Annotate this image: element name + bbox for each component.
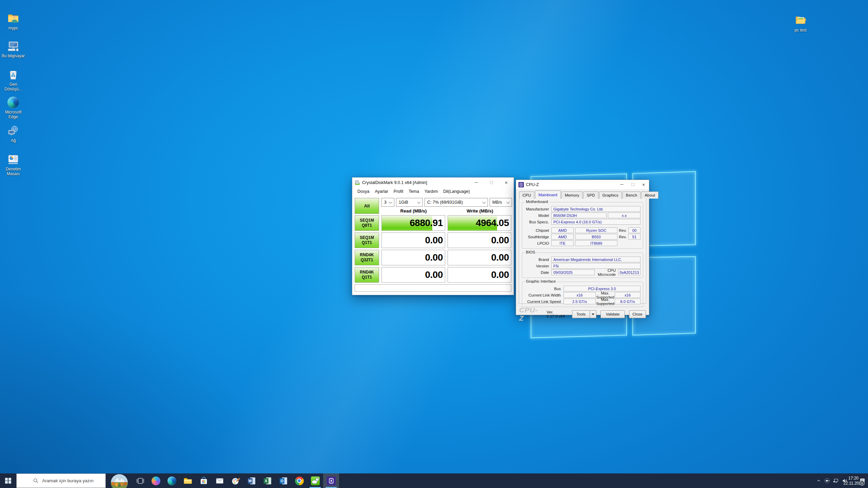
news-weather-widget[interactable] xyxy=(106,473,133,488)
cpuz-maximize-button[interactable] xyxy=(627,180,638,189)
taskbar-app-cpu-z[interactable] xyxy=(323,473,339,488)
desktop-icon-pc-test[interactable]: pc test xyxy=(787,5,814,33)
taskbar-app-mail[interactable] xyxy=(212,473,228,488)
cdm-all-button[interactable]: All xyxy=(355,198,379,214)
southbridge-vendor-field[interactable]: AMD xyxy=(551,234,574,240)
brand-field[interactable]: American Megatrends International LLC. xyxy=(551,257,640,262)
desktop-icon-mypc[interactable]: mypc xyxy=(0,3,26,30)
action-center-button[interactable]: 1 xyxy=(858,473,867,488)
cdm-close-button[interactable]: × xyxy=(499,178,514,187)
link-width-field[interactable]: x16 xyxy=(564,292,596,298)
taskbar-clock[interactable]: 17:20 22.11.2025 xyxy=(849,473,858,488)
taskbar-app-crystaldiskmark[interactable] xyxy=(307,473,323,488)
network-status-button[interactable] xyxy=(831,473,840,488)
close-button[interactable]: Close xyxy=(629,310,646,318)
date-field[interactable]: 09/03/2025 xyxy=(551,269,595,275)
menu-ayarlar[interactable]: Ayarlar xyxy=(372,189,391,194)
brand-label: Brand xyxy=(525,258,551,262)
cdm-test-button[interactable]: RND4KQ32T1 xyxy=(355,250,379,265)
cdm-test-button[interactable]: RND4KQ1T1 xyxy=(355,267,379,283)
model-field[interactable]: B550M DS3H xyxy=(551,212,607,218)
taskbar-app-word[interactable]: W xyxy=(243,473,259,488)
version-field[interactable]: F5i xyxy=(551,263,640,269)
menu-dosya[interactable]: Dosya xyxy=(355,189,372,194)
tab-memory[interactable]: Memory xyxy=(561,191,583,199)
cdm-minimize-button[interactable] xyxy=(469,178,484,187)
southbridge-rev-field[interactable]: 51 xyxy=(628,234,640,240)
cpuz-close-button[interactable]: × xyxy=(638,180,649,189)
chipset-vendor-field[interactable]: AMD xyxy=(551,227,574,233)
cpuz-titlebar[interactable]: CPU-Z × xyxy=(516,180,649,189)
cdm-maximize-button[interactable] xyxy=(484,178,499,187)
cdm-size-select[interactable]: 1GiB xyxy=(396,198,423,207)
tab-graphics[interactable]: Graphics xyxy=(599,191,622,199)
cdm-titlebar[interactable]: CrystalDiskMark 9.0.1 x64 [Admin] × xyxy=(352,178,514,187)
cdm-unit-select[interactable]: MB/s xyxy=(490,198,512,207)
tray-expand-button[interactable] xyxy=(814,473,823,488)
taskbar-app-file-explorer[interactable] xyxy=(180,473,196,488)
desktop-icon-edge[interactable]: Microsoft Edge xyxy=(0,87,26,119)
link-speed-field[interactable]: 2.5 GT/s xyxy=(564,299,596,304)
tab-spd[interactable]: SPD xyxy=(583,191,598,199)
meet-now-button[interactable] xyxy=(823,473,831,488)
cpu-microcode-field[interactable]: 0xA201213 xyxy=(618,269,640,275)
cdm-read-value-cell[interactable]: 0.00 xyxy=(381,232,445,248)
chipset-rev-field[interactable]: 00 xyxy=(628,227,640,233)
chipset-model-field[interactable]: Ryzen SOC xyxy=(575,227,617,233)
cpuz-minimize-button[interactable] xyxy=(616,180,627,189)
manufacturer-field[interactable]: Gigabyte Technology Co. Ltd. xyxy=(551,206,640,212)
southbridge-rev-label: Rev. xyxy=(617,235,628,239)
desktop-icon-label: Ağ xyxy=(11,138,16,143)
tab-cpu[interactable]: CPU xyxy=(519,191,534,199)
desktop-icon-this-pc[interactable]: Bu bilgisayar xyxy=(0,30,26,58)
validate-button[interactable]: Validate xyxy=(600,310,625,318)
tab-about[interactable]: About xyxy=(641,191,658,199)
tools-button[interactable]: Tools xyxy=(572,310,590,318)
model-rev-field[interactable]: x.x xyxy=(608,212,640,218)
motherboard-group: Motherboard Manufacturer Gigabyte Techno… xyxy=(522,202,643,249)
svg-text:W: W xyxy=(248,479,252,483)
cpu-z-icon xyxy=(327,476,336,485)
start-button[interactable] xyxy=(0,473,16,488)
max-link-width-field[interactable]: x16 xyxy=(615,292,640,298)
max-link-speed-field[interactable]: 8.0 GT/s xyxy=(615,299,640,304)
menu-dil[interactable]: Dil(Language) xyxy=(440,189,473,194)
tab-bench[interactable]: Bench xyxy=(623,191,640,199)
lpcio-model-field[interactable]: IT8689 xyxy=(575,240,617,246)
gfx-bus-field[interactable]: PCI-Express 3.0 xyxy=(564,286,640,291)
bus-specs-field[interactable]: PCI-Express 4.0 (16.0 GT/s) xyxy=(551,219,640,225)
menu-yardim[interactable]: Yardım xyxy=(422,189,440,194)
cdm-write-value-cell[interactable]: 4964.05 xyxy=(448,215,511,231)
desktop-icon-control-panel[interactable]: Denetim Masası xyxy=(0,144,26,176)
cdm-read-value-cell[interactable]: 0.00 xyxy=(381,267,445,283)
group-title: Motherboard xyxy=(525,200,549,204)
desktop-icon-network[interactable]: Ağ xyxy=(0,115,26,143)
lpcio-vendor-field[interactable]: ITE xyxy=(551,240,574,246)
southbridge-model-field[interactable]: B550 xyxy=(575,234,617,240)
cdm-read-value-cell[interactable]: 6880.91 xyxy=(381,215,445,231)
cdm-app-icon xyxy=(355,180,360,185)
cdm-write-value-cell[interactable]: 0.00 xyxy=(448,232,511,248)
menu-profil[interactable]: Profil xyxy=(391,189,406,194)
cdm-drive-select[interactable]: C: 7% (69/931GiB) xyxy=(425,198,488,207)
taskbar-app-chrome[interactable] xyxy=(291,473,307,488)
taskbar-app-copilot[interactable] xyxy=(148,473,164,488)
taskbar-app-edge[interactable] xyxy=(164,473,180,488)
cdm-count-select[interactable]: 3 xyxy=(381,198,394,207)
cdm-row-seq1m-q8t1: SEQ1MQ8T1 6880.91 4964.05 xyxy=(355,215,511,231)
search-input[interactable]: Aramak için buraya yazın xyxy=(16,473,106,488)
cdm-write-value-cell[interactable]: 0.00 xyxy=(448,250,511,265)
tab-mainboard[interactable]: Mainboard xyxy=(535,190,561,199)
cdm-write-value-cell[interactable]: 0.00 xyxy=(448,267,511,283)
cdm-test-button[interactable]: SEQ1MQ1T1 xyxy=(355,232,379,248)
tools-dropdown-button[interactable] xyxy=(590,310,596,318)
taskbar-app-outlook[interactable]: O xyxy=(275,473,291,488)
search-icon xyxy=(33,478,39,484)
task-view-button[interactable] xyxy=(133,473,148,488)
cdm-read-value-cell[interactable]: 0.00 xyxy=(381,250,445,265)
taskbar-app-excel[interactable]: X xyxy=(259,473,275,488)
cdm-test-button[interactable]: SEQ1MQ8T1 xyxy=(355,215,379,231)
taskbar-app-store[interactable] xyxy=(196,473,212,488)
menu-tema[interactable]: Tema xyxy=(406,189,422,194)
taskbar-app-paint[interactable] xyxy=(228,473,243,488)
